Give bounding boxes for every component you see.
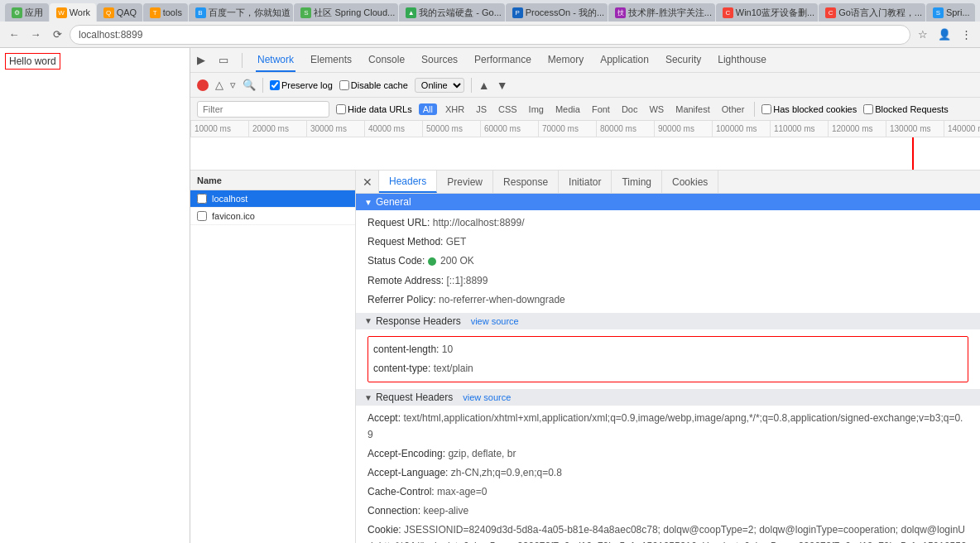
profile-icon[interactable]: 👤: [935, 26, 954, 44]
hello-word-text: Hello word: [5, 53, 60, 70]
throttling-select[interactable]: Online: [415, 78, 464, 93]
filter-img[interactable]: Img: [526, 103, 547, 115]
timeline-redline: [912, 137, 914, 171]
clear-log-icon[interactable]: △: [215, 79, 223, 91]
tab-favicon-shequ: S: [300, 7, 311, 18]
content-length-val: 10: [442, 344, 453, 355]
browser-tab-spring[interactable]: S Spri...: [926, 3, 975, 22]
filter-types-group: All XHR JS CSS Img Media Font Doc WS Man…: [419, 103, 748, 115]
inspect-element-icon[interactable]: ▶: [197, 54, 205, 66]
filter-other[interactable]: Other: [718, 103, 748, 115]
preserve-log-check[interactable]: Preserve log: [270, 80, 333, 90]
browser-tab-qaq[interactable]: Q QAQ: [97, 3, 142, 22]
devtools-tab-security[interactable]: Security: [664, 48, 703, 72]
blocked-cookies-checkbox[interactable]: [761, 104, 771, 114]
devtools-tab-network[interactable]: Network: [256, 48, 295, 72]
blocked-requests-check[interactable]: Blocked Requests: [863, 104, 949, 114]
devtools-tab-elements[interactable]: Elements: [309, 48, 353, 72]
devtools-tab-performance[interactable]: Performance: [473, 48, 533, 72]
devtools-tab-memory[interactable]: Memory: [546, 48, 585, 72]
filter-icon[interactable]: ▿: [230, 79, 236, 91]
filter-xhr[interactable]: XHR: [442, 103, 468, 115]
detail-tab-timing[interactable]: Timing: [612, 171, 662, 193]
blocked-cookies-check[interactable]: Has blocked cookies: [761, 104, 857, 114]
browser-tab-tools[interactable]: T tools: [143, 3, 188, 22]
devtools-tab-console[interactable]: Console: [367, 48, 406, 72]
tab-label-processon: ProcessOn - 我的...: [526, 7, 604, 19]
tick-50000: 50000 ms: [422, 121, 480, 137]
filter-media[interactable]: Media: [552, 103, 584, 115]
connection-row: Connection: keep-alive: [368, 502, 968, 521]
disable-cache-checkbox[interactable]: [339, 80, 349, 90]
filter-manifest[interactable]: Manifest: [672, 103, 713, 115]
request-name-favicon: favicon.ico: [212, 211, 255, 221]
browser-tab-drive[interactable]: ▲ 我的云端硬盘 - Go...: [399, 3, 505, 22]
request-headers-view-source[interactable]: view source: [463, 392, 511, 402]
browser-tab-go[interactable]: C Go语言入门教程，...: [819, 3, 925, 22]
cache-control-row: Cache-Control: max-age=0: [368, 483, 968, 502]
bookmark-icon[interactable]: ☆: [914, 26, 932, 44]
devtools-tab-application[interactable]: Application: [598, 48, 651, 72]
filter-js[interactable]: JS: [473, 103, 490, 115]
response-headers-section-header: ▼ Response Headers view source: [356, 313, 980, 329]
detail-tab-response[interactable]: Response: [493, 171, 559, 193]
filter-input[interactable]: [197, 101, 329, 118]
forward-button[interactable]: →: [26, 26, 45, 44]
request-item-localhost[interactable]: localhost: [190, 190, 355, 208]
browser-tab-win10[interactable]: C Win10蓝牙设备删...: [716, 3, 818, 22]
referrer-policy-val: no-referrer-when-downgrade: [439, 294, 565, 305]
request-item-favicon[interactable]: favicon.ico: [190, 208, 355, 225]
browser-tab-work[interactable]: W Work: [50, 3, 96, 22]
search-icon[interactable]: 🔍: [243, 79, 256, 91]
hide-data-urls-check[interactable]: Hide data URLs: [336, 104, 412, 114]
filter-font[interactable]: Font: [588, 103, 613, 115]
request-headers-title: Request Headers: [376, 392, 453, 403]
reload-button[interactable]: ⟳: [48, 26, 66, 44]
devtools-tab-lighthouse[interactable]: Lighthouse: [716, 48, 768, 72]
hide-data-urls-checkbox[interactable]: [336, 104, 346, 114]
browser-frame: ⚙ 应用 W Work Q QAQ T tools B 百度一下，你就知道: [0, 0, 980, 543]
browser-tab-jishu[interactable]: 技 技术胖-胜洪宇关注...: [608, 3, 715, 22]
connection-val: keep-alive: [423, 505, 468, 517]
url-bar[interactable]: localhost:8899: [70, 25, 910, 45]
request-name-localhost: localhost: [212, 194, 247, 204]
general-section-title: General: [376, 196, 411, 208]
browser-tab-baidu[interactable]: B 百度一下，你就知道: [189, 3, 294, 22]
browser-tab-shequ[interactable]: S 社区 Spring Cloud...: [294, 3, 398, 22]
blocked-requests-checkbox[interactable]: [863, 104, 873, 114]
content-type-val: text/plain: [434, 363, 473, 374]
address-bar: ← → ⟳ localhost:8899 ☆ 👤 ⋮: [0, 22, 980, 48]
preserve-log-checkbox[interactable]: [270, 80, 280, 90]
request-checkbox-localhost[interactable]: [197, 194, 207, 204]
browser-tab-apps[interactable]: ⚙ 应用: [5, 3, 49, 22]
detail-close-button[interactable]: ✕: [356, 171, 379, 194]
menu-icon[interactable]: ⋮: [957, 26, 975, 44]
accept-language-row: Accept-Language: zh-CN,zh;q=0.9,en;q=0.8: [368, 464, 968, 483]
detail-tab-headers[interactable]: Headers: [379, 171, 437, 193]
detail-tab-initiator[interactable]: Initiator: [559, 171, 612, 193]
tab-favicon-drive: ▲: [406, 7, 416, 18]
filter-all[interactable]: All: [419, 103, 437, 115]
disable-cache-check[interactable]: Disable cache: [339, 80, 408, 90]
response-headers-view-source[interactable]: view source: [471, 316, 519, 326]
request-checkbox-favicon[interactable]: [197, 211, 207, 221]
response-headers-section-body: content-length: 10 content-type: text/pl…: [356, 329, 980, 389]
filter-separator: [754, 102, 755, 117]
devtools-tab-sources[interactable]: Sources: [420, 48, 459, 72]
browser-tab-processon[interactable]: P ProcessOn - 我的...: [506, 3, 608, 22]
detail-tabs-bar: ✕ Headers Preview Response Initiator Tim…: [356, 171, 980, 194]
download-icon[interactable]: ▼: [497, 79, 508, 92]
record-button[interactable]: [197, 79, 209, 91]
accept-encoding-row: Accept-Encoding: gzip, deflate, br: [368, 444, 968, 464]
request-list: Name localhost favicon.ico: [190, 171, 356, 543]
back-button[interactable]: ←: [5, 26, 23, 44]
filter-doc[interactable]: Doc: [618, 103, 641, 115]
tab-label-drive: 我的云端硬盘 - Go...: [419, 7, 502, 19]
upload-icon[interactable]: ▲: [478, 79, 490, 92]
detail-tab-preview[interactable]: Preview: [437, 171, 493, 193]
detail-tab-cookies[interactable]: Cookies: [662, 171, 718, 193]
filter-ws[interactable]: WS: [646, 103, 667, 115]
filter-css[interactable]: CSS: [495, 103, 521, 115]
tab-favicon-go: C: [825, 7, 836, 18]
device-toolbar-icon[interactable]: ▭: [219, 54, 228, 66]
